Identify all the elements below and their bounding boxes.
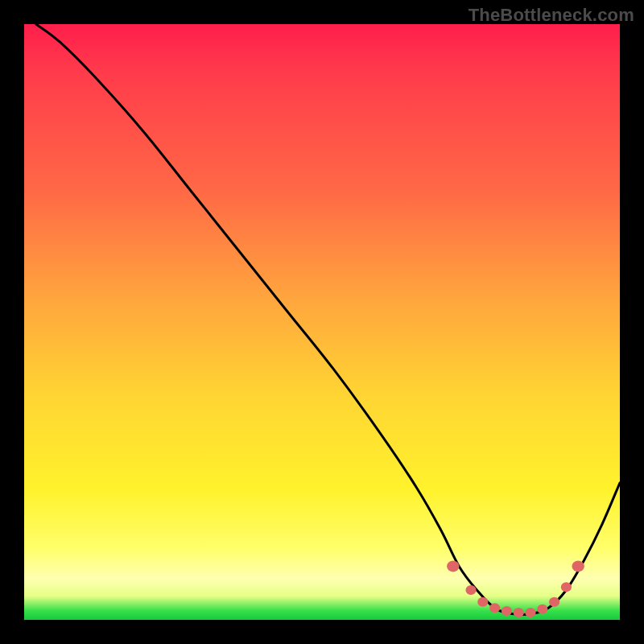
curve-svg bbox=[24, 24, 620, 620]
marker-dot bbox=[447, 560, 459, 572]
marker-dot bbox=[465, 585, 476, 595]
marker-dot bbox=[561, 582, 572, 592]
marker-dot bbox=[549, 597, 559, 607]
marker-dot bbox=[525, 608, 535, 617]
marker-dot bbox=[489, 603, 500, 613]
chart-frame: TheBottleneck.com bbox=[0, 0, 644, 644]
marker-dot bbox=[477, 597, 488, 607]
bottleneck-curve bbox=[36, 24, 620, 615]
marker-dot bbox=[514, 608, 524, 617]
plot-area bbox=[24, 24, 620, 620]
watermark-text: TheBottleneck.com bbox=[469, 5, 634, 26]
marker-dot bbox=[537, 605, 547, 614]
marker-dot bbox=[502, 606, 512, 616]
optimal-range-markers bbox=[447, 560, 584, 617]
marker-dot bbox=[572, 560, 584, 572]
